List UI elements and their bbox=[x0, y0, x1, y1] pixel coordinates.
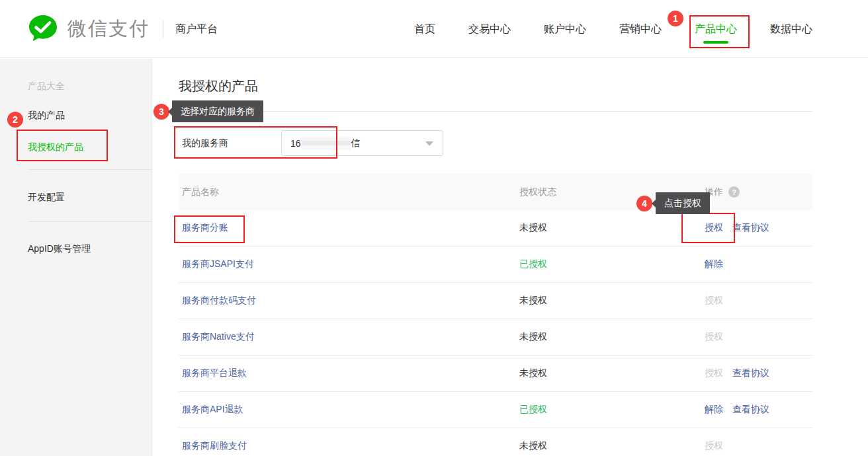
portal-name[interactable]: 商户平台 bbox=[175, 22, 218, 36]
product-link[interactable]: 服务商API退款 bbox=[182, 404, 243, 414]
view-agreement-link[interactable]: 查看协议 bbox=[732, 367, 769, 379]
table-row: 服务商Native支付 未授权 授权 bbox=[179, 319, 812, 356]
page-title: 我授权的产品 bbox=[179, 77, 258, 95]
table-row: 服务商付款码支付 未授权 授权 bbox=[179, 283, 812, 319]
revoke-link[interactable]: 解除 bbox=[705, 404, 723, 416]
status-badge: 未授权 bbox=[519, 222, 705, 234]
brand: 微信支付 商户平台 bbox=[26, 13, 218, 45]
tooltip-click-authorize: 点击授权 bbox=[656, 192, 710, 214]
table-header-row: 产品名称 授权状态 操作 ? bbox=[179, 174, 812, 210]
view-agreement-link[interactable]: 查看协议 bbox=[732, 222, 769, 234]
nav-item-label: 产品中心 bbox=[695, 22, 737, 36]
header-product-name: 产品名称 bbox=[179, 186, 519, 198]
product-link[interactable]: 服务商JSAPI支付 bbox=[182, 258, 254, 269]
product-link[interactable]: 服务商分账 bbox=[182, 222, 228, 233]
step-badge-3: 3 bbox=[153, 104, 169, 120]
top-navigation: 首页 交易中心 账户中心 营销中心 产品中心 数据中心 bbox=[414, 0, 812, 58]
tooltip-select-provider: 选择对应的服务商 bbox=[172, 100, 263, 122]
status-badge: 已授权 bbox=[519, 404, 705, 416]
product-link[interactable]: 服务商Native支付 bbox=[182, 331, 255, 342]
service-provider-label: 我的服务商 bbox=[182, 137, 228, 149]
status-badge: 未授权 bbox=[519, 440, 705, 452]
product-link[interactable]: 服务商刷脸支付 bbox=[182, 440, 247, 451]
sidebar-divider bbox=[28, 169, 152, 170]
product-link[interactable]: 服务商付款码支付 bbox=[182, 295, 256, 305]
help-icon[interactable]: ? bbox=[728, 186, 740, 198]
title-divider bbox=[179, 111, 812, 112]
select-value-prefix: 16 bbox=[290, 138, 301, 149]
status-badge: 未授权 bbox=[519, 367, 705, 379]
product-link[interactable]: 服务商平台退款 bbox=[182, 367, 247, 378]
nav-item-data-center[interactable]: 数据中心 bbox=[770, 0, 812, 58]
status-badge: 未授权 bbox=[519, 331, 705, 343]
nav-item-home[interactable]: 首页 bbox=[414, 0, 435, 58]
authorize-link-disabled[interactable]: 授权 bbox=[705, 331, 723, 343]
view-agreement-link[interactable]: 查看协议 bbox=[732, 404, 769, 416]
step-badge-2: 2 bbox=[7, 112, 23, 128]
masked-value-blur bbox=[302, 137, 351, 150]
wechat-pay-logo-icon bbox=[26, 13, 60, 45]
nav-item-account-center[interactable]: 账户中心 bbox=[544, 0, 586, 58]
nav-item-product-center[interactable]: 产品中心 bbox=[695, 0, 737, 58]
table-row: 服务商API退款 已授权 解除 查看协议 bbox=[179, 392, 812, 428]
revoke-link[interactable]: 解除 bbox=[705, 258, 723, 270]
step-badge-1: 1 bbox=[668, 11, 683, 26]
header-operation: 操作 ? bbox=[705, 186, 812, 198]
top-header: 微信支付 商户平台 首页 交易中心 账户中心 营销中心 产品中心 数据中心 bbox=[0, 0, 868, 58]
table-row: 服务商刷脸支付 未授权 授权 bbox=[179, 428, 812, 456]
table-row: 服务商JSAPI支付 已授权 解除 bbox=[179, 247, 812, 283]
status-badge: 已授权 bbox=[519, 258, 705, 270]
chevron-down-icon bbox=[425, 141, 433, 146]
brand-divider bbox=[163, 20, 163, 38]
sidebar-item-dev-config[interactable]: 开发配置 bbox=[28, 192, 65, 204]
authorize-link-disabled[interactable]: 授权 bbox=[705, 367, 723, 379]
step-badge-4: 4 bbox=[636, 196, 652, 211]
authorize-link-disabled[interactable]: 授权 bbox=[705, 295, 723, 307]
sidebar-item-appid-management[interactable]: AppID账号管理 bbox=[28, 243, 91, 255]
sidebar-divider bbox=[28, 221, 152, 222]
sidebar-item-my-authorized-products[interactable]: 我授权的产品 bbox=[28, 141, 83, 153]
authorize-link[interactable]: 授权 bbox=[705, 222, 723, 234]
nav-item-transaction-center[interactable]: 交易中心 bbox=[468, 0, 511, 58]
table-row: 服务商平台退款 未授权 授权 查看协议 bbox=[179, 356, 812, 392]
authorization-table: 产品名称 授权状态 操作 ? 服务商分账 未授权 授权 查看协议 服务商JSAP… bbox=[179, 174, 812, 456]
service-provider-select[interactable]: 16信 bbox=[281, 130, 443, 156]
select-value-suffix: 信 bbox=[351, 137, 361, 149]
sidebar-item-my-products[interactable]: 我的产品 bbox=[28, 110, 65, 122]
nav-item-marketing-center[interactable]: 营销中心 bbox=[619, 0, 662, 58]
logo-wordmark: 微信支付 bbox=[67, 16, 150, 42]
table-row: 服务商分账 未授权 授权 查看协议 bbox=[179, 210, 812, 247]
active-tab-underline bbox=[703, 41, 728, 44]
status-badge: 未授权 bbox=[519, 295, 705, 307]
sidebar-section-product-catalog: 产品大全 bbox=[28, 81, 65, 93]
authorize-link-disabled[interactable]: 授权 bbox=[705, 440, 723, 452]
